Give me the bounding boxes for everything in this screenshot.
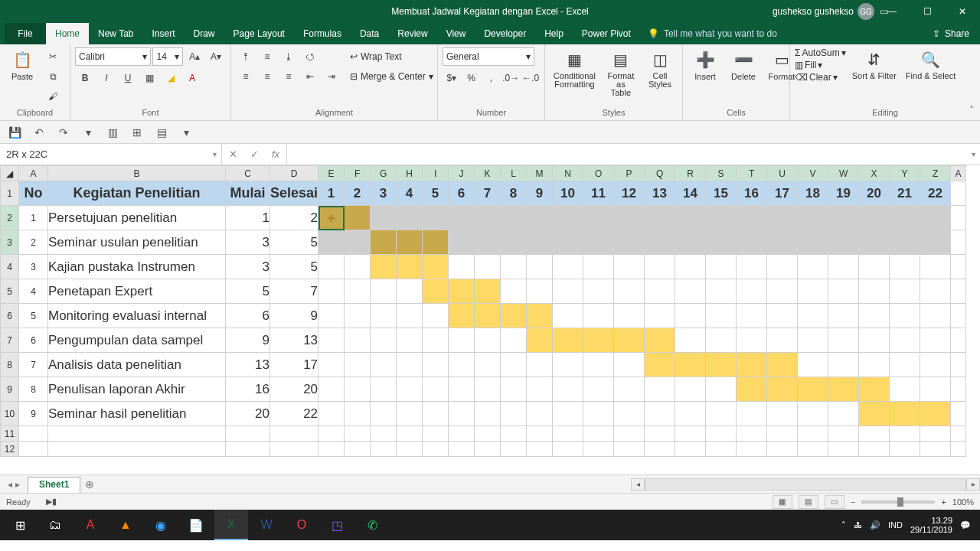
cell[interactable] [423, 328, 449, 353]
cell[interactable] [951, 426, 966, 442]
cell[interactable] [371, 304, 397, 328]
comma-button[interactable]: , [482, 69, 501, 87]
sheet-nav-prev[interactable]: ◂ [8, 479, 12, 490]
cell[interactable] [859, 426, 890, 442]
cell[interactable] [737, 377, 767, 402]
cell[interactable] [645, 377, 675, 402]
cell-styles-button[interactable]: ◫Cell Styles [642, 47, 678, 108]
cell[interactable]: 2 [19, 230, 48, 255]
cell[interactable] [48, 426, 226, 442]
cell[interactable] [583, 402, 614, 426]
cell[interactable] [371, 279, 397, 304]
cell[interactable] [828, 206, 859, 230]
cell[interactable] [371, 426, 397, 442]
tab-draw[interactable]: Draw [185, 23, 224, 44]
cell[interactable] [475, 442, 501, 457]
cell[interactable] [645, 304, 675, 328]
worksheet-grid[interactable]: ◢ABCDEFGHIJKLMNOPQRSTUVWXYZA1NoKegiatan … [0, 165, 980, 474]
accounting-button[interactable]: $▾ [443, 69, 461, 87]
cell[interactable] [614, 442, 645, 457]
cell[interactable]: 3 [226, 255, 270, 279]
cell[interactable] [675, 230, 706, 255]
column-header[interactable]: T [737, 166, 767, 181]
cell[interactable] [767, 230, 798, 255]
cell[interactable]: 7 [19, 353, 48, 377]
row-header[interactable]: 2 [1, 206, 19, 230]
cell[interactable] [449, 230, 475, 255]
cell[interactable] [798, 255, 828, 279]
enter-edit-button[interactable]: ✓ [243, 148, 265, 160]
row-header[interactable]: 1 [1, 181, 19, 206]
save-button[interactable]: 💾 [6, 124, 23, 141]
cell[interactable] [423, 377, 449, 402]
qat-more-button[interactable]: ▾ [178, 124, 194, 141]
cell[interactable] [583, 377, 614, 402]
cut-button[interactable]: ✂ [43, 47, 63, 66]
cell[interactable]: 16 [737, 181, 767, 206]
cell[interactable] [767, 328, 798, 353]
cell[interactable] [645, 353, 675, 377]
cell[interactable] [397, 230, 423, 255]
cell[interactable]: 9 [19, 402, 48, 426]
cell[interactable] [371, 328, 397, 353]
cell[interactable]: 7 [475, 181, 501, 206]
tab-page-layout[interactable]: Page Layout [224, 23, 294, 44]
cell[interactable] [501, 328, 527, 353]
find-select-button[interactable]: 🔍Find & Select [903, 47, 959, 108]
align-top-button[interactable]: ⭱ [236, 47, 256, 66]
cell[interactable] [706, 377, 737, 402]
cell[interactable] [890, 304, 920, 328]
cell[interactable] [675, 377, 706, 402]
cell[interactable] [951, 255, 966, 279]
account-name[interactable]: gushekso gushekso [773, 6, 854, 17]
cancel-edit-button[interactable]: ✕ [222, 148, 243, 160]
page-layout-view-button[interactable]: ▤ [799, 495, 818, 509]
cell[interactable] [951, 279, 966, 304]
cell[interactable] [371, 377, 397, 402]
cell[interactable]: 3 [371, 181, 397, 206]
cell[interactable] [614, 230, 645, 255]
cell[interactable] [645, 230, 675, 255]
cell[interactable] [345, 442, 371, 457]
cell[interactable]: 17 [270, 353, 318, 377]
cell[interactable] [767, 304, 798, 328]
cell[interactable] [920, 442, 951, 457]
cell[interactable] [828, 255, 859, 279]
row-header[interactable]: 7 [1, 328, 19, 353]
increase-indent-button[interactable]: ⇥ [322, 67, 341, 86]
tab-file[interactable]: File [5, 23, 46, 44]
cell[interactable] [583, 206, 614, 230]
cell[interactable]: 15 [706, 181, 737, 206]
cell[interactable] [706, 426, 737, 442]
cell[interactable] [706, 255, 737, 279]
cell[interactable] [706, 279, 737, 304]
cell[interactable]: Monitoring evaluasi internal [48, 304, 226, 328]
copy-button[interactable]: ⧉ [43, 67, 63, 86]
align-left-button[interactable]: ≡ [236, 67, 256, 86]
cell[interactable] [527, 426, 553, 442]
cell[interactable] [798, 377, 828, 402]
name-box[interactable]: ▾ [0, 144, 222, 165]
cell[interactable] [449, 255, 475, 279]
cell[interactable] [920, 426, 951, 442]
fill-button[interactable]: ▥Fill▾ [795, 60, 846, 70]
cell[interactable] [527, 255, 553, 279]
cell[interactable] [859, 442, 890, 457]
cell[interactable]: 14 [675, 181, 706, 206]
cell[interactable] [645, 442, 675, 457]
cell[interactable] [318, 402, 345, 426]
cell[interactable] [828, 442, 859, 457]
column-header[interactable]: I [423, 166, 449, 181]
column-header[interactable]: D [270, 166, 318, 181]
zoom-level[interactable]: 100% [952, 497, 974, 507]
wrap-text-button[interactable]: ↩Wrap Text [345, 47, 429, 66]
cell[interactable] [270, 442, 318, 457]
cell[interactable] [798, 279, 828, 304]
cell[interactable] [828, 230, 859, 255]
cell[interactable] [645, 255, 675, 279]
cell[interactable] [449, 206, 475, 230]
cell[interactable]: Persetujuan penelitian [48, 206, 226, 230]
cell[interactable] [920, 206, 951, 230]
cell[interactable] [645, 279, 675, 304]
cell[interactable] [345, 353, 371, 377]
